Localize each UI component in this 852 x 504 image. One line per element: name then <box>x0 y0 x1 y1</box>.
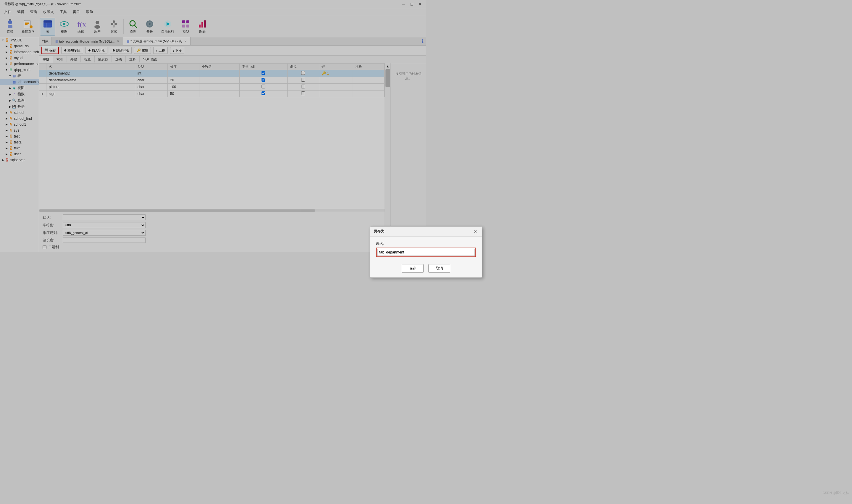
dialog-body: 表名: <box>370 237 426 252</box>
save-as-dialog: 另存为 ✕ 表名: 保存 取消 <box>370 226 426 252</box>
dialog-title: 另存为 <box>374 229 384 234</box>
dialog-title-bar: 另存为 ✕ <box>370 227 426 237</box>
table-name-input-wrapper <box>376 248 426 252</box>
table-name-label: 表名: <box>376 241 426 246</box>
dialog-overlay: 另存为 ✕ 表名: 保存 取消 <box>0 0 426 252</box>
table-name-input[interactable] <box>377 249 426 252</box>
